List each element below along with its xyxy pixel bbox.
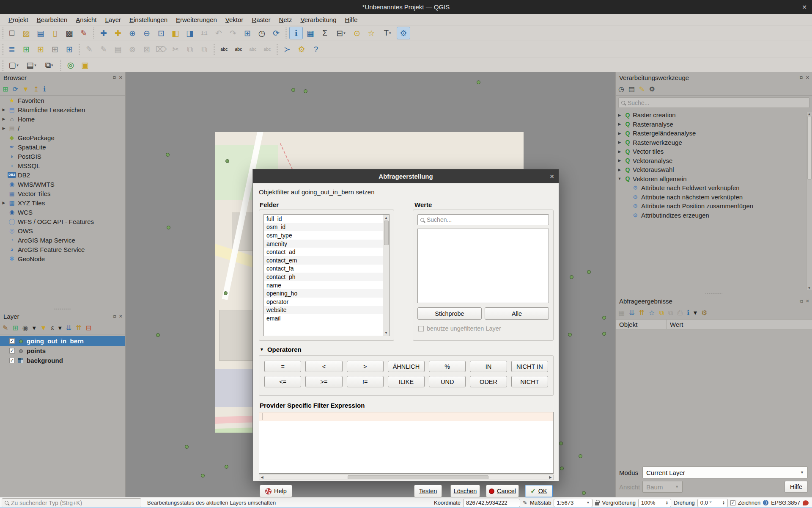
menu-item-erweiterungen[interactable]: Erweiterungen <box>172 15 221 25</box>
field-item-name[interactable]: name <box>264 281 383 290</box>
open-layer-styling-icon[interactable]: ✎ <box>3 324 8 332</box>
identify-features-icon[interactable]: ℹ <box>289 27 303 39</box>
measure-icon[interactable]: ⊟▾ <box>332 27 349 39</box>
crs-globe-icon[interactable] <box>763 500 768 505</box>
zoom-next-icon[interactable]: ↷ <box>226 27 240 39</box>
manage-map-themes-icon[interactable]: ◉ <box>22 324 28 332</box>
layer-row-going_out_in_bern[interactable]: ✓going_out_in_bern <box>0 336 125 346</box>
new-geopackage-icon[interactable]: ⊞ <box>19 43 33 56</box>
dialog-close-icon[interactable]: ✕ <box>549 173 554 180</box>
expand-arrow-icon[interactable]: ▶ <box>616 131 623 135</box>
menu-item-projekt[interactable]: Projekt <box>4 15 33 25</box>
collapse-all-icon[interactable]: ↥ <box>33 85 39 93</box>
zoom-in-icon[interactable]: ⊕ <box>126 27 139 39</box>
clear-button[interactable]: Löschen <box>450 485 480 497</box>
results-viewer-icon[interactable]: ▤ <box>628 85 635 93</box>
operator-button-<[interactable]: < <box>305 361 342 372</box>
operator-button-und[interactable]: UND <box>429 376 466 387</box>
menu-item-verarbeitung[interactable]: Verarbeitung <box>296 15 340 25</box>
save-edits-icon[interactable]: ▤ <box>111 43 125 56</box>
operator-button-nicht[interactable]: NICHT <box>511 376 548 387</box>
toolbar-handle[interactable] <box>1 60 4 71</box>
operators-header[interactable]: ▼ Operatoren <box>260 346 302 353</box>
expand-arrow-icon[interactable]: ▶ <box>616 122 623 126</box>
zoom-to-selection-icon[interactable]: ◧ <box>169 27 182 39</box>
menu-item-bearbeiten[interactable]: Bearbeiten <box>33 15 72 25</box>
browser-item-arcgis-feature-service[interactable]: ◕ArcGIS Feature Service <box>0 245 125 254</box>
results-column-objekt[interactable]: Objekt <box>616 320 667 329</box>
layer-row-points[interactable]: ✓points <box>0 346 125 356</box>
expand-new-results-icon[interactable]: ☆ <box>649 309 655 317</box>
new-shapefile-icon[interactable]: ⊞ <box>34 43 47 56</box>
operator-button-in[interactable]: IN <box>470 361 507 372</box>
operator-button->=[interactable]: >= <box>305 376 342 387</box>
identify-settings-icon[interactable]: ⚙ <box>701 309 707 317</box>
expand-arrow-icon[interactable]: ▶ <box>616 168 623 172</box>
filter-browser-icon[interactable]: ▼ <box>22 86 29 93</box>
close-panel-icon[interactable]: ✕ <box>119 314 123 319</box>
sample-button[interactable]: Stichprobe <box>417 307 482 320</box>
osm-layer-icon[interactable]: ▣ <box>78 59 92 72</box>
processing-algorithm-attribute-nach-feldwert-verknüpfen[interactable]: ⚙Attribute nach Feldwert verknüpfen <box>616 183 812 193</box>
dock-splitter[interactable] <box>0 307 125 311</box>
messages-icon[interactable] <box>803 500 809 505</box>
print-icon[interactable]: ⎙ <box>677 309 683 317</box>
layer-visibility-checkbox[interactable]: ✓ <box>9 338 15 344</box>
zoom-out-icon[interactable]: ⊖ <box>140 27 154 39</box>
vertex-tool-icon[interactable]: ⊠ <box>140 43 154 56</box>
processing-category-rasterwerkzeuge[interactable]: ▶QRasterwerkzeuge <box>616 138 812 147</box>
processing-category-rasteranalyse[interactable]: ▶QRasteranalyse <box>616 120 812 129</box>
expand-arrow-icon[interactable]: ▶ <box>0 201 8 205</box>
layer-row-background[interactable]: ✓background <box>0 356 125 365</box>
text-annotation-icon[interactable]: T▾ <box>379 27 396 39</box>
map-tips-icon[interactable]: ⊙ <box>350 27 364 39</box>
new-virtual-layer-icon[interactable]: ⊞ <box>63 43 76 56</box>
edit-features-inplace-icon[interactable]: ✎ <box>639 85 645 93</box>
refresh-map-icon[interactable]: ⟳ <box>269 27 283 39</box>
browser-item--[interactable]: ▶▤/ <box>0 124 125 133</box>
massstab-combobox[interactable]: 1:5673▼ <box>554 499 593 507</box>
browser-item-arcgis-map-service[interactable]: ◔ArcGIS Map Service <box>0 235 125 245</box>
field-item-osm_type[interactable]: osm_type <box>264 231 383 240</box>
expand-all-layers-icon[interactable]: ⇊ <box>66 324 71 332</box>
browser-item-home[interactable]: ▶⌂Home <box>0 114 125 124</box>
menu-item-netz[interactable]: Netz <box>275 15 296 25</box>
browser-item-xyz-tiles[interactable]: ▶▦XYZ Tiles <box>0 198 125 207</box>
expand-arrow-icon[interactable]: ▶ <box>616 113 623 117</box>
values-search-input[interactable]: Suchen... <box>417 214 549 225</box>
browser-item-ows[interactable]: ◎OWS <box>0 226 125 235</box>
data-source-manager-icon[interactable]: ≣ <box>5 43 19 56</box>
browser-item-db2[interactable]: DB2DB2 <box>0 170 125 179</box>
field-item-contact_fa[interactable]: contact_fa <box>264 265 383 273</box>
form-view-icon[interactable]: ▦ <box>618 309 625 317</box>
zoom-last-icon[interactable]: ↶ <box>212 27 225 39</box>
cancel-button[interactable]: Cancel <box>486 485 519 497</box>
processing-category-raster-creation[interactable]: ▶QRaster creation <box>616 110 812 120</box>
add-selected-layer-icon[interactable]: ⊞ <box>3 85 8 93</box>
field-item-operator[interactable]: operator <box>264 298 383 306</box>
toolbar-handle[interactable] <box>1 28 4 39</box>
properties-info-icon[interactable]: ℹ <box>43 85 46 93</box>
plugin-manager-icon[interactable]: ⚙ <box>295 43 308 56</box>
identify-mode-icon[interactable]: ℹ <box>687 309 689 317</box>
select-features-dropdown-icon[interactable]: ▢▾ <box>5 59 22 72</box>
operator-button-oder[interactable]: ODER <box>470 376 507 387</box>
locator-search-input[interactable]: Zu suchender Typ (Strg+K) <box>2 498 141 508</box>
processing-category-vektoranalyse[interactable]: ▶QVektoranalyse <box>616 156 812 166</box>
browser-item-spatialite[interactable]: ✒SpatiaLite <box>0 142 125 152</box>
expand-arrow-icon[interactable]: ▶ <box>0 126 8 130</box>
zoom-to-layer-icon[interactable]: ◨ <box>183 27 197 39</box>
close-panel-icon[interactable]: ✕ <box>119 75 123 80</box>
pan-map-icon[interactable]: ✚ <box>97 27 110 39</box>
statistical-summary-icon[interactable]: Σ <box>318 27 332 39</box>
zeichnen-checkbox[interactable]: ✓ <box>730 500 735 505</box>
browser-item-postgis[interactable]: ◗PostGIS <box>0 152 125 161</box>
field-item-contact_em[interactable]: contact_em <box>264 256 383 265</box>
select-by-form-dropdown-icon[interactable]: ▤▾ <box>23 59 40 72</box>
float-panel-icon[interactable]: ⧉ <box>800 298 803 304</box>
open-project-icon[interactable]: ▨ <box>19 27 33 39</box>
layer-visibility-checkbox[interactable]: ✓ <box>9 348 15 353</box>
browser-item-wms-wmts[interactable]: ◉WMS/WMTS <box>0 179 125 189</box>
new-spatialite-icon[interactable]: ⊞ <box>48 43 62 56</box>
koordinate-input[interactable]: 826742,5934222 <box>463 499 520 507</box>
